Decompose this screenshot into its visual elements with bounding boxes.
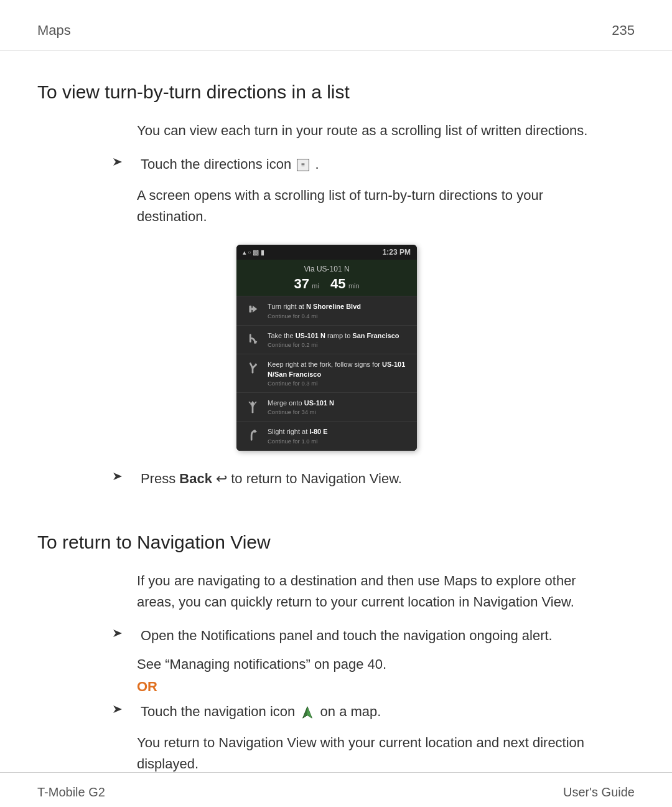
data-icon: ▩ (253, 248, 259, 257)
section1-screen-block: A screen opens with a scrolling list of … (137, 185, 597, 451)
section2-bullet2-text-after: on a map. (320, 704, 381, 719)
svg-marker-7 (113, 630, 122, 637)
section2-bullet2-text-before: Touch the navigation icon (141, 704, 295, 719)
section2-bullet2-content: Touch the navigation icon on a map. (141, 701, 381, 722)
footer-guide: User's Guide (563, 785, 635, 800)
route-duration: 45 min (330, 276, 360, 292)
phone-status-bar: ▴ ▫ ▩ ▮ 1:23 PM (236, 245, 417, 260)
section2-intro: If you are navigating to a destination a… (137, 570, 597, 613)
section2-bullet1-content: Open the Notifications panel and touch t… (141, 625, 553, 646)
bullet-arrow-icon (112, 156, 132, 171)
section2-result-block: You return to Navigation View with your … (137, 732, 597, 775)
page-footer: T-Mobile G2 User's Guide (0, 772, 672, 807)
turn-text-2: Take the US-101 N ramp to San Francisco … (264, 331, 412, 348)
turn-list: Turn right at N Shoreline Blvd Continue … (236, 296, 417, 450)
turn-main-4: Merge onto US-101 N (268, 399, 412, 408)
route-duration-unit: min (348, 282, 360, 290)
main-content: To view turn-by-turn directions in a lis… (0, 50, 672, 807)
turn-item-5: Slight right at I-80 E Continue for 1.0 … (236, 422, 417, 450)
page-header: Maps 235 (0, 0, 672, 50)
turn-text-3: Keep right at the fork, follow signs for… (264, 360, 412, 387)
section1-bullet2: Press Back ↩ to return to Navigation Vie… (112, 468, 635, 489)
svg-marker-8 (113, 706, 122, 713)
route-via: Via US-101 N (243, 265, 411, 273)
section2-bullet1: Open the Notifications panel and touch t… (112, 625, 635, 646)
section2-result: You return to Navigation View with your … (137, 732, 597, 775)
press-back-text: Press Back ↩ to return to Navigation Vie… (141, 471, 402, 486)
signal-icon: ▴ (243, 248, 246, 257)
svg-marker-0 (113, 158, 122, 166)
section1-bullet1-content: Touch the directions icon ≡ . (141, 154, 319, 175)
turn-text-4: Merge onto US-101 N Continue for 34 mi (264, 399, 412, 415)
turn-item-4: Merge onto US-101 N Continue for 34 mi (236, 393, 417, 422)
route-header: Via US-101 N 37 mi 45 min (236, 260, 417, 296)
section2-or-label: OR (137, 679, 597, 695)
section2-see-ref-block: See “Managing notifications” on page 40.… (137, 656, 597, 695)
status-time: 1:23 PM (383, 248, 411, 257)
section2-intro-block: If you are navigating to a destination a… (137, 570, 597, 613)
bullet-arrow-icon-4 (112, 703, 132, 718)
turn-main-2: Take the US-101 N ramp to San Francisco (268, 331, 412, 341)
svg-rect-1 (250, 306, 252, 313)
section1-heading: To view turn-by-turn directions in a lis… (37, 82, 635, 103)
header-page-number: 235 (612, 22, 635, 39)
turn-main-5: Slight right at I-80 E (268, 427, 412, 437)
turn-icon-slight-right (241, 427, 264, 442)
section2: To return to Navigation View If you are … (37, 519, 635, 775)
footer-brand: T-Mobile G2 (37, 785, 105, 800)
header-section-label: Maps (37, 22, 71, 39)
battery-icon: ▮ (261, 248, 264, 257)
turn-icon-merge (241, 399, 264, 413)
route-stats: 37 mi 45 min (243, 276, 411, 292)
bullet-arrow-icon-3 (112, 627, 132, 642)
turn-sub-5: Continue for 1.0 mi (268, 438, 412, 445)
phone-screenshot: ▴ ▫ ▩ ▮ 1:23 PM Via US-101 N 37 mi (236, 245, 417, 450)
turn-main-1: Turn right at N Shoreline Blvd (268, 302, 412, 311)
section2-bullet1-text: Open the Notifications panel and touch t… (141, 628, 553, 643)
turn-item-1: Turn right at N Shoreline Blvd Continue … (236, 296, 417, 325)
section1-intro: You can view each turn in your route as … (137, 120, 597, 141)
route-duration-num: 45 (330, 276, 345, 291)
turn-icon-right (241, 302, 264, 317)
svg-marker-6 (113, 473, 122, 480)
turn-item-3: Keep right at the fork, follow signs for… (236, 354, 417, 393)
page: Maps 235 To view turn-by-turn directions… (0, 0, 672, 807)
section1-screen-desc: A screen opens with a scrolling list of … (137, 185, 597, 227)
turn-sub-2: Continue for 0.2 mi (268, 341, 412, 348)
route-distance-num: 37 (294, 276, 309, 291)
turn-sub-3: Continue for 0.3 mi (268, 380, 412, 387)
section1-bullet1-text-before: Touch the directions icon (141, 156, 295, 172)
section2-heading: To return to Navigation View (37, 532, 635, 553)
section2-see-ref: See “Managing notifications” on page 40. (137, 656, 597, 672)
turn-sub-1: Continue for 0.4 mi (268, 313, 412, 319)
turn-text-5: Slight right at I-80 E Continue for 1.0 … (264, 427, 412, 444)
section1-bullet1-text-after: . (315, 156, 319, 172)
wifi-icon: ▫ (248, 248, 251, 256)
section1-intro-block: You can view each turn in your route as … (137, 120, 597, 141)
turn-main-3: Keep right at the fork, follow signs for… (268, 360, 412, 379)
turn-text-1: Turn right at N Shoreline Blvd Continue … (264, 302, 412, 319)
status-left-icons: ▴ ▫ ▩ ▮ (243, 248, 266, 257)
section1-bullet1: Touch the directions icon ≡ . (112, 154, 635, 175)
route-distance-unit: mi (312, 282, 319, 290)
section2-bullet2: Touch the navigation icon on a map. (112, 701, 635, 722)
route-distance: 37 mi (294, 276, 319, 292)
turn-sub-4: Continue for 34 mi (268, 408, 412, 415)
section1-bullet2-content: Press Back ↩ to return to Navigation Vie… (141, 468, 402, 489)
turn-icon-fork-right (241, 360, 264, 375)
bullet-arrow-icon-2 (112, 470, 132, 485)
navigation-arrow-icon (301, 706, 314, 719)
directions-list-icon: ≡ (297, 159, 309, 171)
turn-icon-ramp-right (241, 331, 264, 346)
turn-item-2: Take the US-101 N ramp to San Francisco … (236, 326, 417, 354)
